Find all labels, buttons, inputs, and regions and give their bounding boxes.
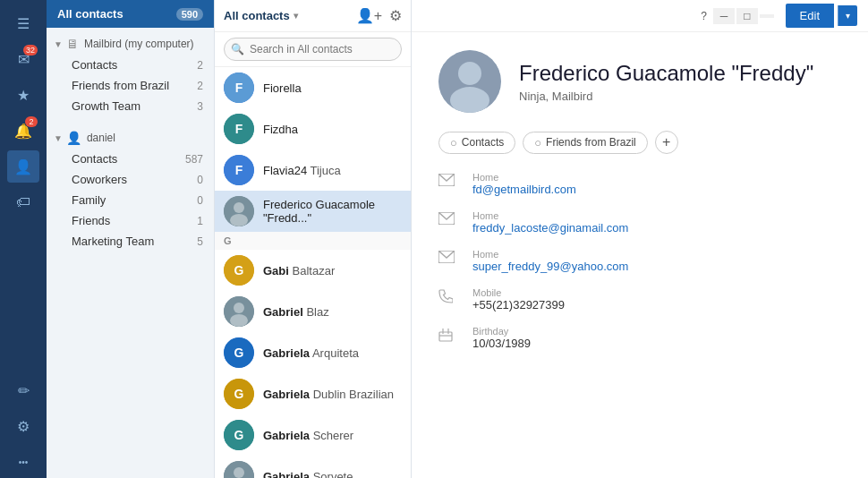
sidebar-item-marketing-team[interactable]: Marketing Team 5: [47, 231, 214, 252]
star-icon[interactable]: ★: [7, 79, 39, 111]
edit-dropdown-button[interactable]: ▾: [838, 5, 857, 26]
name-block: Frederico Guacamole "Freddy" Ninja, Mail…: [519, 61, 813, 103]
list-item[interactable]: G Gabi Baltazar: [215, 250, 411, 291]
list-item[interactable]: G Gabriela Scherer: [215, 414, 411, 456]
avatar: G: [224, 379, 254, 409]
svg-text:G: G: [234, 263, 244, 277]
list-item[interactable]: F Flavia24 Tijuca: [215, 149, 411, 191]
add-tag-button[interactable]: +: [655, 131, 678, 154]
help-button[interactable]: ?: [695, 8, 712, 24]
computer-icon: 🖥: [66, 37, 79, 51]
mail-icon[interactable]: ✉ 32: [7, 43, 39, 75]
compose-icon[interactable]: ✏: [7, 374, 39, 406]
sidebar-group-daniel: ▼ 👤 daniel Contacts 587 Coworkers 0 Fami…: [47, 122, 214, 257]
sidebar-group-mailbird-header[interactable]: ▼ 🖥 Mailbird (my computer): [47, 33, 214, 55]
svg-point-8: [230, 214, 248, 226]
contact-full-name: Frederico Guacamole "Freddy": [519, 61, 813, 86]
sidebar-group-daniel-header[interactable]: ▼ 👤 daniel: [47, 127, 214, 149]
section-letter-g: G: [215, 232, 411, 250]
expand-icon-daniel: ▼: [54, 133, 63, 143]
field-info-email1: Home fd@getmailbird.com: [472, 172, 576, 196]
svg-point-24: [458, 62, 481, 85]
email-icon: [438, 174, 458, 190]
sidebar-count: 590: [176, 8, 203, 21]
edit-button[interactable]: Edit: [786, 4, 834, 28]
list-item[interactable]: F Fiorella: [215, 67, 411, 108]
list-item[interactable]: F Fizdha: [215, 108, 411, 149]
add-contact-icon[interactable]: 👤+: [356, 7, 382, 24]
tag-icon[interactable]: 🏷: [7, 186, 39, 218]
settings-icon[interactable]: ⚙: [7, 410, 39, 442]
detail-fields: Home fd@getmailbird.com Home freddy_laco…: [438, 172, 841, 350]
contact-name: Gabriela Scherer: [263, 429, 353, 442]
tag-contacts[interactable]: ○ Contacts: [438, 132, 515, 154]
tag-friends-brazil[interactable]: ○ Friends from Brazil: [523, 132, 648, 154]
svg-text:F: F: [235, 122, 243, 136]
contact-list-title[interactable]: All contacts ▾: [224, 9, 298, 22]
list-item[interactable]: G Gabriela Arquiteta: [215, 332, 411, 373]
person-icon: 👤: [66, 131, 81, 145]
tag-friends-icon: ○: [534, 136, 541, 149]
list-item[interactable]: Gabriel Blaz: [215, 291, 411, 332]
avatar: [224, 461, 254, 478]
list-item[interactable]: Gabriela Sorvete: [215, 456, 411, 478]
sidebar-item-contacts-mailbird[interactable]: Contacts 2: [47, 55, 214, 75]
contact-name: Gabriela Arquiteta: [263, 346, 359, 360]
more-icon[interactable]: •••: [7, 446, 39, 478]
sidebar-item-family[interactable]: Family 0: [47, 190, 214, 210]
expand-icon: ▼: [54, 39, 63, 49]
svg-rect-29: [439, 332, 452, 341]
notification-icon[interactable]: 🔔 2: [7, 115, 39, 147]
avatar: G: [224, 255, 254, 286]
svg-text:G: G: [234, 428, 244, 442]
svg-point-7: [234, 202, 244, 213]
svg-point-25: [450, 87, 489, 113]
tag-contacts-label: Contacts: [462, 136, 504, 149]
tag-friends-label: Friends from Brazil: [546, 136, 636, 149]
sidebar-all-contacts-label: All contacts: [57, 7, 123, 21]
contact-list-panel: All contacts ▾ 👤+ ⚙ 🔍 F Fiorella: [215, 0, 412, 478]
sidebar-item-growth-team[interactable]: Growth Team 3: [47, 96, 214, 116]
minimize-button[interactable]: ─: [713, 8, 736, 24]
contacts-icon[interactable]: 👤: [7, 150, 39, 183]
avatar: F: [224, 114, 254, 144]
notification-badge: 2: [25, 116, 38, 127]
avatar: [224, 196, 254, 226]
contact-big-avatar: [438, 50, 501, 113]
sidebar-item-contacts-daniel[interactable]: Contacts 587: [47, 149, 214, 169]
email-icon-3: [438, 251, 458, 267]
search-input[interactable]: [224, 38, 402, 61]
svg-text:G: G: [234, 387, 244, 401]
sidebar: All contacts 590 ▼ 🖥 Mailbird (my comput…: [47, 0, 215, 478]
birthday-icon: [438, 328, 458, 346]
svg-text:G: G: [234, 346, 244, 360]
field-info-birthday: Birthday 10/03/1989: [472, 326, 531, 350]
field-row-phone: Mobile +55(21)32927399: [438, 287, 841, 312]
contact-name: Gabriela Dublin Brazilian: [263, 388, 394, 401]
group-mailbird-label: Mailbird (my computer): [84, 38, 194, 50]
sidebar-group-mailbird: ▼ 🖥 Mailbird (my computer) Contacts 2 Fr…: [47, 28, 214, 122]
list-item[interactable]: G Gabriela Dublin Brazilian: [215, 373, 411, 414]
field-row-email3: Home super_freddy_99@yahoo.com: [438, 249, 841, 273]
settings-gear-icon[interactable]: ⚙: [389, 7, 402, 24]
close-button[interactable]: [760, 14, 774, 18]
maximize-button[interactable]: □: [736, 8, 757, 24]
contact-name: Frederico Guacamole "Fredd...": [263, 198, 402, 225]
field-info-email2: Home freddy_lacoste@ginamail.com: [472, 210, 628, 235]
sidebar-item-friends-brazil[interactable]: Friends from Brazil 2: [47, 75, 214, 96]
avatar: G: [224, 420, 254, 450]
contact-name: Flavia24 Tijuca: [263, 164, 341, 177]
contact-list-header: All contacts ▾ 👤+ ⚙: [215, 0, 411, 32]
detail-content: Frederico Guacamole "Freddy" Ninja, Mail…: [412, 32, 868, 368]
list-item-selected[interactable]: Frederico Guacamole "Fredd...": [215, 191, 411, 232]
field-row-email2: Home freddy_lacoste@ginamail.com: [438, 210, 841, 235]
sidebar-item-friends[interactable]: Friends 1: [47, 210, 214, 231]
menu-icon[interactable]: ☰: [7, 7, 39, 39]
search-icon: 🔍: [231, 43, 244, 55]
avatar: F: [224, 73, 254, 103]
svg-point-13: [230, 314, 248, 327]
svg-point-12: [234, 303, 244, 313]
sidebar-item-coworkers[interactable]: Coworkers 0: [47, 169, 214, 190]
avatar: G: [224, 337, 254, 368]
tags-row: ○ Contacts ○ Friends from Brazil +: [438, 131, 841, 154]
